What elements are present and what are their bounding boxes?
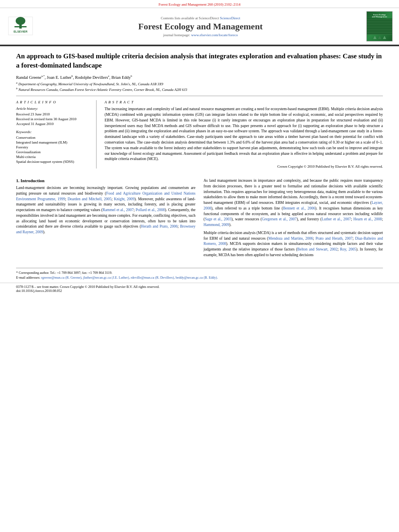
affiliation-a: a Department of Geography, Memorial Univ… [16,81,383,86]
keywords-section: Keywords: Conservation Integrated land m… [16,130,90,164]
ref-hammond[interactable]: Hammond, 2009 [204,223,229,227]
journal-cover: Forest Ecologyand Management [366,11,393,41]
issn-line: 0378-1127/$ – see front matter. Crown Co… [16,285,383,289]
ref-hearn[interactable]: Hearn et al., 2008 [354,217,382,221]
accepted-date: Accepted 31 August 2010 [16,122,90,126]
abstract-text: The increasing importance and complexity… [105,107,383,162]
section1-title: 1. Introduction [16,178,195,183]
sciencedirect-note: Contents lists available at ScienceDirec… [35,16,366,20]
abstract-col: A B S T R A C T The increasing importanc… [105,100,383,168]
ref-sage[interactable]: Sage et al., 2003 [205,217,231,221]
ref-herath[interactable]: Herath and Prato, 2006 [141,224,177,228]
body-section: 1. Introduction Land-management decision… [0,174,399,265]
abstract-header: A B S T R A C T [105,100,383,104]
keyword-1: Conservation [16,136,90,140]
bottom-bar: 0378-1127/$ – see front matter. Crown Co… [0,283,399,294]
doi-line: doi:10.1016/j.foreco.2010.08.052 [16,289,383,293]
svg-text:ELSEVIER: ELSEVIER [14,30,28,33]
ref-belton[interactable]: Belton and Stewart, 2002 [297,247,337,251]
svg-marker-5 [373,36,376,39]
svg-rect-3 [14,26,27,27]
journal-homepage-link[interactable]: www.elsevier.com/locate/foreco [191,33,238,37]
header-center: Contents lists available at ScienceDirec… [35,16,366,37]
ref-knight[interactable]: Knight, 2009 [114,197,134,201]
journal-header: ELSEVIER Contents lists available at Sci… [0,8,399,45]
article-title: An approach to GIS-based multiple criter… [16,52,383,70]
ref-roy[interactable]: Roy, 2005 [340,247,356,251]
footnotes: * Corresponding author. Tel.: +1 709 864… [16,268,383,280]
body-two-col: 1. Introduction Land-management decision… [16,178,383,261]
cover-image: Forest Ecologyand Management [366,11,393,41]
keyword-6: Spatial decision-support system (SDSS) [16,160,90,164]
body-right-text: As land management increases in importan… [204,178,383,258]
copyright: Crown Copyright © 2010 Published by Else… [105,164,383,168]
keyword-3: Forestry [16,145,90,149]
keyword-2: Integrated land management (ILM) [16,140,90,144]
journal-citation: Forest Ecology and Management 260 (2010)… [0,0,399,8]
journal-title: Forest Ecology and Management [35,21,366,32]
sciencedirect-link[interactable]: ScienceDirect [220,16,240,20]
elsevier-logo: ELSEVIER [6,15,35,38]
authors-line: Randal Greenea,*, Joan E. Lutherb, Rodol… [16,74,383,80]
svg-marker-7 [383,36,386,39]
ref-dearden[interactable]: Dearden and Mitchell, 2005 [68,197,111,201]
corresponding-footnote: * Corresponding author. Tel.: +1 709 864… [16,271,383,275]
ref-bennett[interactable]: Bennett et al., 2006 [283,206,315,210]
keyword-5: Multi-criteria [16,155,90,159]
revised-date: Received in revised form 30 August 2010 [16,117,90,121]
affiliations: a Department of Geography, Memorial Univ… [16,81,383,92]
article-info-col: A R T I C L E I N F O Article history: R… [16,100,97,168]
article-content: An approach to GIS-based multiple criter… [0,46,399,174]
ref-rammel[interactable]: Rammel et al., 2007 [103,208,134,212]
ref-gregersen[interactable]: Gregersen et al., 2007 [262,217,297,221]
email-link[interactable]: rgreene@mun.ca (R. Greene), jluther@nrca… [41,275,218,279]
email-footnote: E-mail addresses: rgreene@mun.ca (R. Gre… [16,275,383,280]
ref-mendoza[interactable]: Mendoza and Martins, 2006 [268,236,313,240]
article-info-header: A R T I C L E I N F O [16,100,90,104]
ref-pollard[interactable]: Pollard et al., 2008 [136,208,165,212]
received-date: Received 23 June 2010 [16,112,90,116]
body-right: As land management increases in importan… [204,178,383,261]
body-left: 1. Introduction Land-management decision… [16,178,195,261]
affiliation-b: b Natural Resources Canada, Canadian For… [16,87,383,92]
keyword-4: Geovisualization [16,150,90,154]
body-left-text: Land-management decisions are becoming i… [16,185,195,235]
svg-point-1 [16,17,25,25]
journal-homepage: journal homepage: www.elsevier.com/locat… [35,33,366,37]
article-info-abstract: A R T I C L E I N F O Article history: R… [16,96,383,168]
svg-marker-6 [378,36,381,39]
history-label: Article history: [16,107,90,111]
keywords-label: Keywords: [16,130,90,134]
ref-prato[interactable]: Prato and Herath, 2007 [315,236,352,240]
ref-luther[interactable]: Luther et al., 2007 [322,217,351,221]
